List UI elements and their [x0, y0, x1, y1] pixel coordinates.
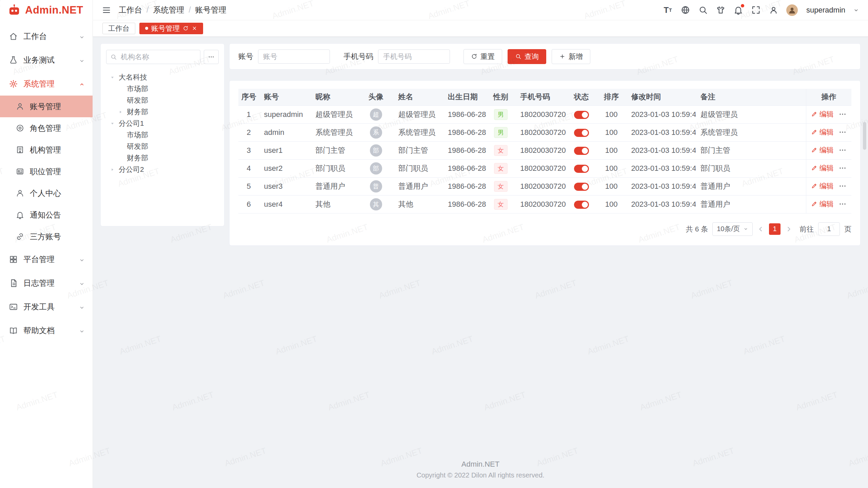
- status-toggle[interactable]: [574, 111, 589, 119]
- row-actions: 编辑: [811, 109, 847, 119]
- breadcrumb-separator: /: [146, 5, 149, 15]
- cell-birthdate: 1986-06-28: [443, 123, 486, 141]
- sidebar-item-dev-tools[interactable]: 开发工具: [0, 295, 93, 319]
- more-actions-button[interactable]: [839, 164, 847, 172]
- cell-remark: 普通用户: [696, 177, 806, 195]
- tree-node[interactable]: 市场部: [106, 129, 219, 141]
- status-toggle[interactable]: [574, 201, 589, 209]
- tree-node-label: 市场部: [127, 130, 148, 140]
- reset-button[interactable]: 重置: [463, 49, 502, 64]
- org-more-button[interactable]: [204, 50, 219, 64]
- sidebar-item-business-test[interactable]: 业务测试: [0, 48, 93, 72]
- column-header: 性别: [486, 89, 515, 105]
- font-size-icon[interactable]: TT: [663, 5, 673, 15]
- account-input[interactable]: [258, 49, 330, 64]
- phone-input[interactable]: [378, 49, 450, 64]
- edit-button[interactable]: 编辑: [811, 181, 834, 191]
- cell-status: [566, 195, 596, 213]
- tree-node[interactable]: 分公司1: [106, 118, 219, 129]
- logo[interactable]: Admin.NET: [0, 0, 93, 20]
- tab-account-management[interactable]: 账号管理: [139, 23, 203, 34]
- gear-icon: [9, 79, 18, 88]
- tree-node[interactable]: 分公司2: [106, 164, 219, 175]
- sidebar-item-third-party[interactable]: 三方账号: [0, 226, 93, 247]
- more-actions-button[interactable]: [839, 146, 847, 154]
- gender-badge: 女: [494, 199, 508, 210]
- tree-node[interactable]: 大名科技: [106, 72, 219, 83]
- scrollbar-thumb[interactable]: [863, 122, 866, 150]
- tree-node[interactable]: 财务部: [106, 152, 219, 164]
- sidebar-item-profile[interactable]: 个人中心: [0, 182, 93, 204]
- sidebar-item-notice[interactable]: 通知公告: [0, 204, 93, 226]
- add-button[interactable]: 新增: [552, 49, 590, 64]
- breadcrumb-item[interactable]: 工作台: [119, 5, 142, 15]
- status-toggle[interactable]: [574, 165, 589, 173]
- sidebar-item-system-management[interactable]: 系统管理: [0, 72, 93, 96]
- more-actions-button[interactable]: [839, 200, 847, 208]
- tree-expand-closed-icon[interactable]: [118, 109, 125, 115]
- theme-icon[interactable]: [716, 5, 726, 15]
- query-button[interactable]: 查询: [508, 49, 546, 64]
- cell-avatar: 普: [358, 177, 393, 195]
- breadcrumb-item[interactable]: 系统管理: [153, 5, 184, 15]
- edit-button[interactable]: 编辑: [811, 199, 834, 209]
- sidebar-item-help-docs[interactable]: 帮助文档: [0, 319, 93, 342]
- sidebar-item-position[interactable]: 职位管理: [0, 161, 93, 182]
- column-header: 操作: [806, 89, 851, 105]
- search-icon[interactable]: [698, 5, 708, 15]
- user-icon[interactable]: [769, 5, 778, 15]
- cell-modified-time: 2023-01-03 10:59:44: [626, 195, 695, 213]
- fullscreen-icon[interactable]: [751, 5, 761, 15]
- sidebar-item-logs[interactable]: 日志管理: [0, 271, 93, 295]
- cell-birthdate: 1986-06-28: [443, 177, 486, 195]
- status-toggle[interactable]: [574, 129, 589, 137]
- chevron-down-icon[interactable]: [853, 7, 859, 13]
- more-actions-button[interactable]: [839, 182, 847, 190]
- org-name-search-input[interactable]: [106, 50, 200, 64]
- avatar[interactable]: [786, 4, 798, 16]
- tree-expand-placeholder: [118, 98, 125, 103]
- next-page-button[interactable]: [785, 225, 792, 233]
- tree-node[interactable]: 研发部: [106, 95, 219, 106]
- tree-expand-closed-icon[interactable]: [110, 167, 117, 172]
- sidebar-item-label: 个人中心: [30, 188, 61, 199]
- sidebar-item-platform[interactable]: 平台管理: [0, 247, 93, 271]
- sidebar-item-role[interactable]: 角色管理: [0, 117, 93, 139]
- tree-node[interactable]: 市场部: [106, 83, 219, 95]
- tree-node[interactable]: 研发部: [106, 141, 219, 152]
- cell-phone: 18020030720: [515, 123, 566, 141]
- sidebar-item-workbench[interactable]: 工作台: [0, 24, 93, 48]
- notification-bell-icon[interactable]: [733, 5, 743, 15]
- username[interactable]: superadmin: [806, 6, 845, 15]
- cell-gender: 女: [486, 159, 515, 177]
- cell-gender: 女: [486, 195, 515, 213]
- prev-page-button[interactable]: [757, 225, 765, 233]
- tree-expand-open-icon[interactable]: [110, 75, 117, 80]
- goto-page-input[interactable]: [818, 222, 840, 236]
- hamburger-menu-icon[interactable]: [102, 5, 111, 15]
- status-toggle[interactable]: [574, 183, 589, 191]
- log-icon: [9, 279, 18, 288]
- status-toggle[interactable]: [574, 147, 589, 155]
- sidebar-item-organization[interactable]: 机构管理: [0, 139, 93, 161]
- sidebar-item-account[interactable]: 账号管理: [0, 96, 93, 117]
- page-size-select[interactable]: 10条/页: [712, 222, 753, 236]
- tab-refresh-icon[interactable]: [183, 25, 189, 31]
- cell-nickname: 普通用户: [311, 177, 358, 195]
- breadcrumb-item[interactable]: 账号管理: [195, 5, 226, 15]
- tree-node-label: 研发部: [127, 142, 148, 151]
- more-actions-button[interactable]: [839, 128, 847, 136]
- tree-node[interactable]: 财务部: [106, 106, 219, 118]
- tab-workbench[interactable]: 工作台: [102, 23, 135, 34]
- globe-icon[interactable]: [680, 5, 690, 15]
- sidebar-item-label: 帮助文档: [23, 325, 55, 336]
- edit-button[interactable]: 编辑: [811, 127, 834, 137]
- edit-button[interactable]: 编辑: [811, 163, 834, 173]
- more-actions-button[interactable]: [839, 110, 847, 118]
- tab-close-icon[interactable]: [192, 25, 197, 31]
- tree-expand-open-icon[interactable]: [110, 121, 117, 126]
- edit-button[interactable]: 编辑: [811, 109, 834, 119]
- cell-phone: 18020030720: [515, 141, 566, 159]
- edit-button[interactable]: 编辑: [811, 145, 834, 155]
- current-page-button[interactable]: 1: [769, 223, 781, 235]
